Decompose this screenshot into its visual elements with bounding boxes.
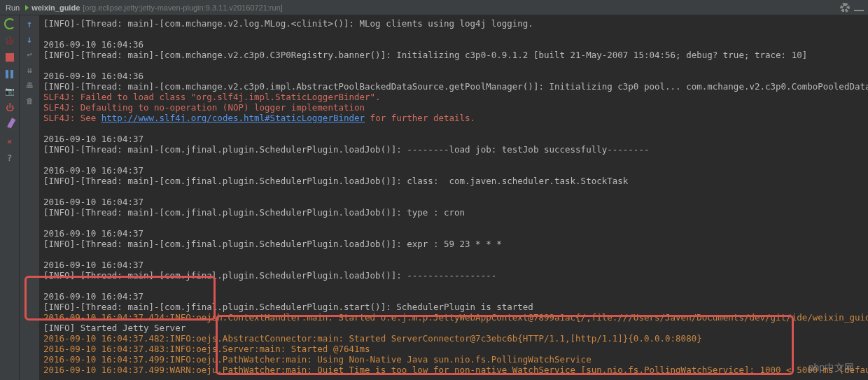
console-line: SLF4J: See http://www.slf4j.org/codes.ht… xyxy=(43,113,864,123)
console-line: [INFO]-[Thread: main]-[com.jfinal.plugin… xyxy=(43,270,864,281)
stop-button[interactable] xyxy=(4,52,15,63)
console-line xyxy=(43,155,864,165)
console-line: 2016-09-10 16:04:37.482:INFO:oejs.Abstra… xyxy=(43,333,864,344)
console-line: [INFO]-[Thread: main]-[com.jfinal.plugin… xyxy=(43,144,864,155)
console-line: 2016-09-10 16:04:37 xyxy=(43,291,864,302)
console-line: [INFO] Started Jetty Server xyxy=(43,323,864,333)
console-line: [INFO]-[Thread: main]-[com.jfinal.plugin… xyxy=(43,176,864,186)
console-line xyxy=(43,29,864,39)
console-line xyxy=(43,123,864,134)
console-line: [INFO]-[Thread: main]-[com.jfinal.plugin… xyxy=(43,239,864,249)
console-line: 2016-09-10 16:04:37.424:INFO:oejsh.Conte… xyxy=(43,312,864,323)
console-line: 2016-09-10 16:04:37 xyxy=(43,165,864,176)
console-line: [INFO]-[Thread: main]-[com.mchange.v2.lo… xyxy=(43,18,864,29)
rerun-button[interactable] xyxy=(4,18,15,29)
run-config-name[interactable]: weixin_guide xyxy=(31,3,80,12)
run-arrow-icon xyxy=(25,5,29,10)
soft-wrap-button[interactable] xyxy=(24,49,35,60)
console-line: 2016-09-10 16:04:37.499:WARN:oeju.PathWa… xyxy=(43,365,864,375)
console-toolbar xyxy=(20,15,39,380)
console-line: 2016-09-10 16:04:37 xyxy=(43,197,864,207)
close-tab-button[interactable] xyxy=(4,136,15,147)
pin-tab-button[interactable] xyxy=(4,119,15,130)
help-button[interactable] xyxy=(4,153,15,164)
console-line: 2016-09-10 16:04:37 xyxy=(43,228,864,239)
pause-button[interactable] xyxy=(4,69,15,80)
run-tool-header: Run weixin_guide [org.eclipse.jetty:jett… xyxy=(0,0,868,15)
main-area: 🐞 [INFO]-[Thread: main]-[com.mchange.v2.… xyxy=(0,15,868,380)
console-line: 2016-09-10 16:04:37.499:INFO:oeju.PathWa… xyxy=(43,354,864,365)
dump-threads-button[interactable] xyxy=(4,85,15,97)
console-line xyxy=(43,249,864,260)
run-toolbar: 🐞 xyxy=(0,15,20,380)
console-line: [INFO]-[Thread: main]-[com.mchange.v2.c3… xyxy=(43,50,864,60)
console-line: 2016-09-10 16:04:36 xyxy=(43,71,864,81)
console-line: [INFO]-[Thread: main]-[com.jfinal.plugin… xyxy=(43,207,864,218)
console-line: [INFO]-[Thread: main]-[com.jfinal.plugin… xyxy=(43,302,864,312)
scroll-to-end-button[interactable] xyxy=(24,64,35,76)
run-label: Run xyxy=(6,3,20,12)
console-line xyxy=(43,281,864,291)
watermark: php中文网 xyxy=(808,362,854,374)
print-button[interactable] xyxy=(24,80,35,91)
clear-all-button[interactable] xyxy=(24,95,35,106)
minimize-icon[interactable] xyxy=(854,4,864,11)
console-line xyxy=(43,60,864,71)
debug-button[interactable]: 🐞 xyxy=(4,35,15,46)
run-config-detail: [org.eclipse.jetty:jetty-maven-plugin:9.… xyxy=(83,3,283,12)
console-line xyxy=(43,218,864,228)
console-line xyxy=(43,186,864,197)
console-line: 2016-09-10 16:04:36 xyxy=(43,39,864,50)
console-line: 2016-09-10 16:04:37.483:INFO:oejs.Server… xyxy=(43,344,864,354)
console-line: SLF4J: Failed to load class "org.slf4j.i… xyxy=(43,92,864,102)
exit-button[interactable] xyxy=(4,102,15,113)
console-line: 2016-09-10 16:04:37 xyxy=(43,134,864,144)
console-output[interactable]: [INFO]-[Thread: main]-[com.mchange.v2.lo… xyxy=(39,15,868,380)
gear-icon[interactable] xyxy=(840,3,850,13)
log-link[interactable]: http://www.slf4j.org/codes.html#StaticLo… xyxy=(102,113,365,123)
console-line: 2016-09-10 16:04:37 xyxy=(43,260,864,270)
console-line: [INFO]-[Thread: main]-[com.mchange.v2.c3… xyxy=(43,81,864,92)
console-line: SLF4J: Defaulting to no-operation (NOP) … xyxy=(43,102,864,113)
scroll-down-button[interactable] xyxy=(24,34,35,45)
scroll-up-button[interactable] xyxy=(24,18,35,29)
